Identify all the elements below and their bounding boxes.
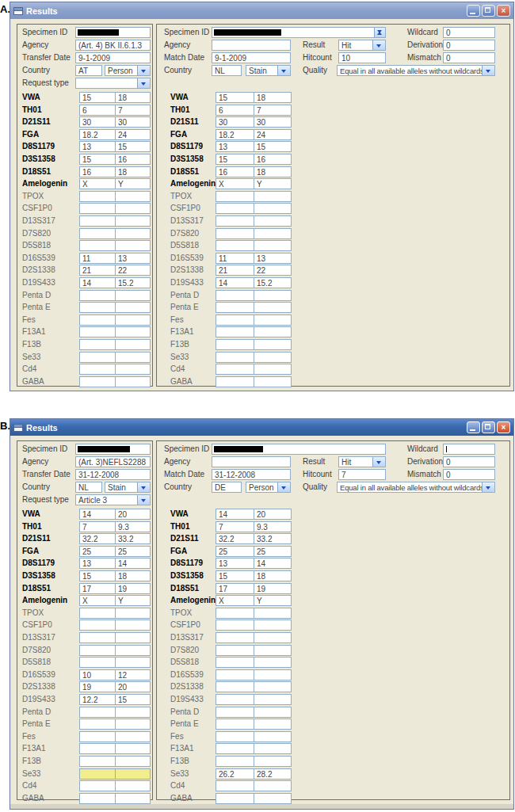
allele-field-2[interactable]: 16: [115, 154, 151, 165]
allele-field-1[interactable]: [79, 290, 116, 301]
allele-field-1[interactable]: 6: [216, 105, 254, 116]
allele-field-2[interactable]: 7: [115, 105, 151, 116]
close-button[interactable]: ×: [497, 5, 510, 17]
allele-field-2[interactable]: 12: [115, 669, 151, 680]
allele-field-1[interactable]: 7: [216, 521, 254, 532]
allele-field-2[interactable]: [115, 376, 151, 387]
allele-field-2[interactable]: [254, 793, 292, 804]
allele-field-2[interactable]: [115, 352, 151, 363]
allele-field-1[interactable]: [216, 364, 254, 375]
allele-field-1[interactable]: [79, 619, 116, 631]
allele-field-2[interactable]: [115, 364, 151, 375]
allele-field-1[interactable]: [216, 756, 254, 767]
allele-field-2[interactable]: [254, 780, 292, 791]
allele-field-2[interactable]: Y: [115, 595, 151, 606]
allele-field-1[interactable]: 12.2: [79, 694, 116, 705]
allele-field-1[interactable]: [216, 376, 254, 387]
allele-field-2[interactable]: [254, 681, 292, 692]
allele-field-1[interactable]: [79, 793, 116, 804]
transfer-date-field[interactable]: 31-12-2008: [75, 469, 151, 480]
allele-field-1[interactable]: [79, 240, 116, 251]
allele-field-1[interactable]: [216, 681, 254, 692]
allele-field-2[interactable]: [115, 768, 151, 780]
allele-field-2[interactable]: [254, 756, 292, 767]
allele-field-2[interactable]: [115, 326, 151, 337]
allele-field-1[interactable]: [216, 793, 254, 804]
allele-field-2[interactable]: [254, 657, 292, 668]
match-date-field[interactable]: 9-1-2009: [212, 52, 291, 63]
derivation-field[interactable]: 0: [443, 40, 495, 51]
allele-field-1[interactable]: 32.2: [216, 533, 254, 544]
allele-field-1[interactable]: 15: [79, 92, 116, 103]
allele-field-1[interactable]: 26.2: [216, 768, 254, 780]
allele-field-1[interactable]: [79, 376, 116, 387]
derivation-field[interactable]: 0: [443, 456, 495, 467]
chevron-down-icon[interactable]: [137, 66, 150, 75]
allele-field-2[interactable]: [115, 793, 151, 804]
allele-field-2[interactable]: 13: [115, 253, 151, 264]
allele-field-2[interactable]: [115, 290, 151, 301]
allele-field-1[interactable]: 15: [216, 570, 254, 581]
allele-field-1[interactable]: X: [216, 595, 254, 606]
allele-field-2[interactable]: Y: [254, 595, 292, 606]
allele-field-2[interactable]: [254, 339, 292, 350]
allele-field-2[interactable]: [254, 694, 292, 705]
allele-field-1[interactable]: [79, 756, 116, 767]
allele-field-1[interactable]: [216, 339, 254, 350]
allele-field-1[interactable]: [216, 780, 254, 791]
maximize-button[interactable]: [482, 5, 495, 17]
allele-field-2[interactable]: [115, 191, 151, 202]
allele-field-2[interactable]: [254, 608, 292, 619]
allele-field-1[interactable]: [79, 632, 116, 643]
country-code-field[interactable]: AT: [75, 65, 102, 76]
allele-field-2[interactable]: 33.2: [254, 533, 292, 544]
titlebar[interactable]: Results×: [10, 419, 513, 436]
allele-field-2[interactable]: 13: [254, 253, 292, 264]
allele-field-1[interactable]: [79, 339, 116, 350]
specimen-id-field[interactable]: [75, 27, 151, 38]
allele-field-2[interactable]: [115, 315, 151, 326]
chevron-down-icon[interactable]: [277, 482, 290, 492]
allele-field-1[interactable]: 16: [216, 166, 254, 177]
allele-field-1[interactable]: [216, 290, 254, 301]
titlebar[interactable]: Results×: [10, 2, 513, 19]
allele-field-2[interactable]: 30: [254, 116, 292, 128]
allele-field-1[interactable]: 11: [216, 253, 254, 264]
allele-field-2[interactable]: [115, 619, 151, 631]
specimen-spinner[interactable]: [374, 28, 385, 37]
allele-field-1[interactable]: 15: [79, 570, 116, 581]
allele-field-1[interactable]: 30: [216, 116, 254, 128]
chevron-down-icon[interactable]: [137, 482, 150, 492]
allele-field-1[interactable]: 13: [216, 558, 254, 569]
allele-field-2[interactable]: [254, 376, 292, 387]
allele-field-1[interactable]: [79, 608, 116, 619]
allele-field-2[interactable]: [115, 657, 151, 668]
request-type-select[interactable]: Article 3: [75, 494, 151, 505]
allele-field-2[interactable]: 14: [254, 558, 292, 569]
allele-field-2[interactable]: 20: [254, 509, 292, 520]
allele-field-2[interactable]: [254, 240, 292, 251]
allele-field-2[interactable]: [254, 290, 292, 301]
result-select[interactable]: Hit: [338, 456, 386, 467]
allele-field-2[interactable]: 15: [115, 141, 151, 152]
allele-field-1[interactable]: [216, 731, 254, 742]
allele-field-1[interactable]: 15: [216, 154, 254, 165]
allele-field-2[interactable]: 20: [115, 509, 151, 520]
allele-field-2[interactable]: 33.2: [115, 533, 151, 544]
allele-field-1[interactable]: 16: [79, 166, 116, 177]
allele-field-2[interactable]: 15.2: [115, 277, 151, 288]
allele-field-2[interactable]: [254, 707, 292, 718]
allele-field-1[interactable]: [79, 215, 116, 227]
chevron-down-icon[interactable]: [482, 482, 494, 492]
allele-field-2[interactable]: 30: [115, 116, 151, 128]
allele-field-2[interactable]: [254, 364, 292, 375]
chevron-down-icon[interactable]: [137, 495, 150, 505]
allele-field-1[interactable]: 7: [79, 521, 116, 532]
allele-field-1[interactable]: [79, 657, 116, 668]
allele-field-2[interactable]: Y: [254, 178, 292, 189]
allele-field-1[interactable]: 15: [216, 92, 254, 103]
allele-field-2[interactable]: [254, 719, 292, 730]
maximize-button[interactable]: [482, 421, 495, 433]
allele-field-2[interactable]: 28.2: [254, 768, 292, 780]
allele-field-1[interactable]: 13: [216, 141, 254, 152]
